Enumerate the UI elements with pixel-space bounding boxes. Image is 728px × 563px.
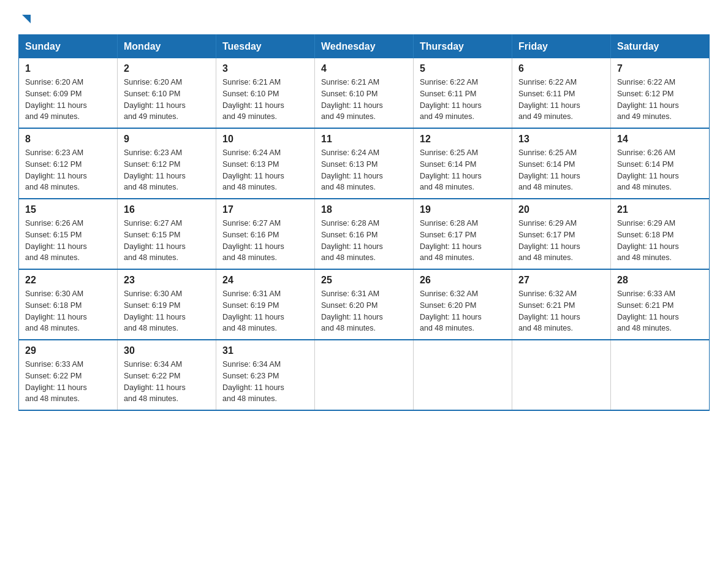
- day-number: 12: [420, 134, 506, 145]
- calendar-cell: 17 Sunrise: 6:27 AMSunset: 6:16 PMDaylig…: [216, 199, 315, 269]
- day-info: Sunrise: 6:20 AMSunset: 6:09 PMDaylight:…: [25, 77, 111, 123]
- day-number: 21: [617, 204, 703, 215]
- day-number: 4: [321, 63, 407, 74]
- calendar-week-1: 1 Sunrise: 6:20 AMSunset: 6:09 PMDayligh…: [19, 58, 710, 128]
- day-info: Sunrise: 6:22 AMSunset: 6:11 PMDaylight:…: [518, 77, 604, 123]
- day-number: 15: [25, 204, 111, 215]
- calendar-cell: 26 Sunrise: 6:32 AMSunset: 6:20 PMDaylig…: [414, 269, 512, 340]
- day-info: Sunrise: 6:33 AMSunset: 6:21 PMDaylight:…: [617, 288, 703, 334]
- day-number: 10: [222, 134, 308, 145]
- calendar-header-tuesday: Tuesday: [216, 35, 315, 59]
- calendar-cell: 8 Sunrise: 6:23 AMSunset: 6:12 PMDayligh…: [19, 128, 118, 199]
- calendar-cell: 24 Sunrise: 6:31 AMSunset: 6:19 PMDaylig…: [216, 269, 315, 340]
- day-number: 11: [321, 134, 407, 145]
- day-number: 19: [420, 204, 506, 215]
- calendar-header-saturday: Saturday: [611, 35, 710, 59]
- calendar-header-thursday: Thursday: [414, 35, 512, 59]
- day-number: 22: [25, 275, 111, 286]
- day-info: Sunrise: 6:32 AMSunset: 6:21 PMDaylight:…: [518, 288, 604, 334]
- day-info: Sunrise: 6:29 AMSunset: 6:17 PMDaylight:…: [518, 218, 604, 264]
- day-info: Sunrise: 6:33 AMSunset: 6:22 PMDaylight:…: [25, 359, 111, 405]
- day-info: Sunrise: 6:27 AMSunset: 6:16 PMDaylight:…: [222, 218, 308, 264]
- day-number: 20: [518, 204, 604, 215]
- calendar-cell: 23 Sunrise: 6:30 AMSunset: 6:19 PMDaylig…: [118, 269, 216, 340]
- calendar-cell: [611, 340, 710, 410]
- calendar-cell: 15 Sunrise: 6:26 AMSunset: 6:15 PMDaylig…: [19, 199, 118, 269]
- day-info: Sunrise: 6:31 AMSunset: 6:19 PMDaylight:…: [222, 288, 308, 334]
- day-info: Sunrise: 6:22 AMSunset: 6:11 PMDaylight:…: [420, 77, 506, 123]
- day-info: Sunrise: 6:20 AMSunset: 6:10 PMDaylight:…: [124, 77, 210, 123]
- day-info: Sunrise: 6:28 AMSunset: 6:17 PMDaylight:…: [420, 218, 506, 264]
- calendar-cell: 27 Sunrise: 6:32 AMSunset: 6:21 PMDaylig…: [512, 269, 611, 340]
- calendar-cell: 14 Sunrise: 6:26 AMSunset: 6:14 PMDaylig…: [611, 128, 710, 199]
- calendar-header-monday: Monday: [118, 35, 216, 59]
- day-number: 7: [617, 63, 703, 74]
- logo-triangle-icon: [20, 12, 33, 26]
- calendar-week-2: 8 Sunrise: 6:23 AMSunset: 6:12 PMDayligh…: [19, 128, 710, 199]
- day-info: Sunrise: 6:34 AMSunset: 6:22 PMDaylight:…: [124, 359, 210, 405]
- day-info: Sunrise: 6:28 AMSunset: 6:16 PMDaylight:…: [321, 218, 407, 264]
- day-number: 6: [518, 63, 604, 74]
- calendar-cell: 28 Sunrise: 6:33 AMSunset: 6:21 PMDaylig…: [611, 269, 710, 340]
- day-number: 17: [222, 204, 308, 215]
- day-number: 2: [124, 63, 210, 74]
- day-info: Sunrise: 6:21 AMSunset: 6:10 PMDaylight:…: [222, 77, 308, 123]
- day-number: 14: [617, 134, 703, 145]
- calendar-cell: 12 Sunrise: 6:25 AMSunset: 6:14 PMDaylig…: [414, 128, 512, 199]
- day-info: Sunrise: 6:27 AMSunset: 6:15 PMDaylight:…: [124, 218, 210, 264]
- calendar-cell: 2 Sunrise: 6:20 AMSunset: 6:10 PMDayligh…: [118, 58, 216, 128]
- calendar-cell: 13 Sunrise: 6:25 AMSunset: 6:14 PMDaylig…: [512, 128, 611, 199]
- calendar-cell: 5 Sunrise: 6:22 AMSunset: 6:11 PMDayligh…: [414, 58, 512, 128]
- day-number: 13: [518, 134, 604, 145]
- logo: [18, 12, 33, 22]
- calendar-cell: 20 Sunrise: 6:29 AMSunset: 6:17 PMDaylig…: [512, 199, 611, 269]
- calendar-header-friday: Friday: [512, 35, 611, 59]
- calendar-week-5: 29 Sunrise: 6:33 AMSunset: 6:22 PMDaylig…: [19, 340, 710, 410]
- day-number: 1: [25, 63, 111, 74]
- day-info: Sunrise: 6:26 AMSunset: 6:15 PMDaylight:…: [25, 218, 111, 264]
- day-info: Sunrise: 6:30 AMSunset: 6:18 PMDaylight:…: [25, 288, 111, 334]
- day-number: 27: [518, 275, 604, 286]
- day-info: Sunrise: 6:24 AMSunset: 6:13 PMDaylight:…: [321, 147, 407, 193]
- day-number: 26: [420, 275, 506, 286]
- calendar-cell: [315, 340, 414, 410]
- calendar-cell: 6 Sunrise: 6:22 AMSunset: 6:11 PMDayligh…: [512, 58, 611, 128]
- day-info: Sunrise: 6:34 AMSunset: 6:23 PMDaylight:…: [222, 359, 308, 405]
- calendar-header-wednesday: Wednesday: [315, 35, 414, 59]
- day-number: 30: [124, 345, 210, 356]
- calendar-cell: 19 Sunrise: 6:28 AMSunset: 6:17 PMDaylig…: [414, 199, 512, 269]
- day-number: 3: [222, 63, 308, 74]
- day-info: Sunrise: 6:24 AMSunset: 6:13 PMDaylight:…: [222, 147, 308, 193]
- calendar-cell: 3 Sunrise: 6:21 AMSunset: 6:10 PMDayligh…: [216, 58, 315, 128]
- day-info: Sunrise: 6:22 AMSunset: 6:12 PMDaylight:…: [617, 77, 703, 123]
- calendar-cell: 22 Sunrise: 6:30 AMSunset: 6:18 PMDaylig…: [19, 269, 118, 340]
- day-number: 24: [222, 275, 308, 286]
- calendar-cell: 25 Sunrise: 6:31 AMSunset: 6:20 PMDaylig…: [315, 269, 414, 340]
- calendar-cell: 11 Sunrise: 6:24 AMSunset: 6:13 PMDaylig…: [315, 128, 414, 199]
- calendar-cell: 7 Sunrise: 6:22 AMSunset: 6:12 PMDayligh…: [611, 58, 710, 128]
- day-number: 31: [222, 345, 308, 356]
- calendar-cell: 1 Sunrise: 6:20 AMSunset: 6:09 PMDayligh…: [19, 58, 118, 128]
- day-info: Sunrise: 6:25 AMSunset: 6:14 PMDaylight:…: [420, 147, 506, 193]
- calendar-cell: 16 Sunrise: 6:27 AMSunset: 6:15 PMDaylig…: [118, 199, 216, 269]
- logo-general-text: [18, 12, 33, 26]
- day-info: Sunrise: 6:26 AMSunset: 6:14 PMDaylight:…: [617, 147, 703, 193]
- day-number: 18: [321, 204, 407, 215]
- calendar-cell: 18 Sunrise: 6:28 AMSunset: 6:16 PMDaylig…: [315, 199, 414, 269]
- calendar-cell: [414, 340, 512, 410]
- calendar-cell: 29 Sunrise: 6:33 AMSunset: 6:22 PMDaylig…: [19, 340, 118, 410]
- calendar-table: SundayMondayTuesdayWednesdayThursdayFrid…: [18, 34, 710, 411]
- day-number: 23: [124, 275, 210, 286]
- day-info: Sunrise: 6:30 AMSunset: 6:19 PMDaylight:…: [124, 288, 210, 334]
- day-number: 9: [124, 134, 210, 145]
- calendar-cell: 10 Sunrise: 6:24 AMSunset: 6:13 PMDaylig…: [216, 128, 315, 199]
- day-number: 29: [25, 345, 111, 356]
- day-info: Sunrise: 6:21 AMSunset: 6:10 PMDaylight:…: [321, 77, 407, 123]
- calendar-week-4: 22 Sunrise: 6:30 AMSunset: 6:18 PMDaylig…: [19, 269, 710, 340]
- page-header: [18, 12, 710, 22]
- day-info: Sunrise: 6:23 AMSunset: 6:12 PMDaylight:…: [25, 147, 111, 193]
- day-info: Sunrise: 6:29 AMSunset: 6:18 PMDaylight:…: [617, 218, 703, 264]
- day-number: 25: [321, 275, 407, 286]
- calendar-header-sunday: Sunday: [19, 35, 118, 59]
- calendar-cell: 9 Sunrise: 6:23 AMSunset: 6:12 PMDayligh…: [118, 128, 216, 199]
